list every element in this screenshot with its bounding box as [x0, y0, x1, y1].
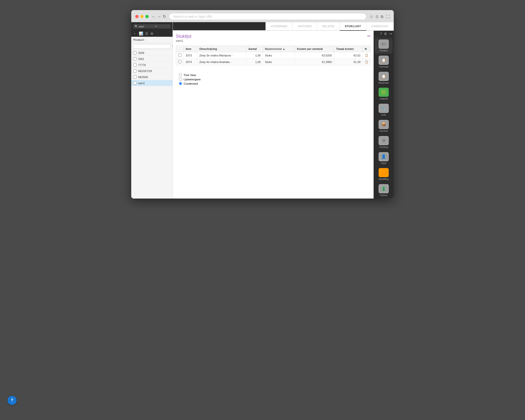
- sidebar-item-NE0505[interactable]: NE0505: [131, 74, 173, 80]
- table-header-row: Item Omschrijving Aantal Maateenheid ▲ K…: [176, 46, 371, 52]
- search-icon: 🔍: [135, 25, 138, 28]
- clear-search-button[interactable]: ✕: [155, 25, 157, 28]
- tab-icon[interactable]: ⧉: [381, 14, 383, 19]
- tab-historie[interactable]: HISTORIE: [293, 22, 317, 30]
- right-sidebar-item-material[interactable]: 🟩 material: [375, 86, 392, 102]
- row-doc-icon-1[interactable]: 📋: [363, 59, 371, 65]
- right-sidebar-item-voorraad[interactable]: 📋 Voorraad: [375, 54, 392, 70]
- row-aantal-0: 1,00: [246, 52, 263, 59]
- nav-chart-button[interactable]: 📊: [139, 31, 143, 36]
- app-container: 🔍 ✕ ← 📊 ☰ ⊕ Product ↑ ▼ 3349: [131, 22, 394, 199]
- right-sidebar-item-ontvang[interactable]: ⊖ Ontvang: [375, 135, 392, 150]
- sidebar-checkbox-77778[interactable]: [133, 63, 137, 67]
- tabs-row: VOORRAAD HISTORIE RELATIE STUKLIJST OVER…: [173, 22, 394, 31]
- browser-chrome: ← → ↻ Search in web or type URL ☆ ⎙ ⧉ ⛶: [131, 10, 394, 22]
- sidebar-item-sam1[interactable]: sam1: [131, 80, 173, 86]
- settings-icon-button[interactable]: ⚙: [384, 32, 387, 36]
- th-kosten-per-eenheid[interactable]: Kosten per eenheid: [295, 46, 334, 52]
- right-sidebar-item-tools[interactable]: 🔧 tools: [375, 102, 392, 118]
- share-icon[interactable]: ⎙: [376, 14, 378, 19]
- sidebar-item-3349[interactable]: 3349: [131, 50, 173, 56]
- tab-overzicht[interactable]: OVERZICHT: [366, 22, 394, 30]
- fullscreen-icon[interactable]: ⛶: [386, 14, 390, 19]
- sidebar-checkbox-3349[interactable]: [133, 51, 137, 54]
- sidebar-item-3361[interactable]: 3361: [131, 56, 173, 62]
- sidebar-label-3361: 3361: [138, 57, 144, 60]
- right-sidebar-item-reserveer[interactable]: 📋 Reserveer: [375, 70, 392, 86]
- right-panel: ? ⚙ ↪ 🏷 Product 📋 Voorraad 📋 Reserveer 🟩: [374, 31, 394, 199]
- tree-radio[interactable]: [179, 73, 182, 77]
- right-sidebar: 🏷 Product 📋 Voorraad 📋 Reserveer 🟩 mater…: [374, 37, 394, 199]
- list-radio[interactable]: [179, 78, 182, 81]
- right-top-bar: ? ⚙ ↪: [374, 31, 394, 37]
- view-option-tree[interactable]: Tree View: [179, 73, 368, 77]
- bestelling-label: Bestelling: [379, 178, 388, 181]
- view-option-condensed[interactable]: Condensed: [179, 82, 368, 85]
- right-sidebar-item-verzend[interactable]: 📦 Verzend: [375, 118, 392, 134]
- sidebar-nav: ← 📊 ☰ ⊕: [131, 30, 173, 37]
- right-sidebar-item-klant[interactable]: 👤 Klant: [375, 151, 392, 166]
- th-item[interactable]: Item: [184, 46, 197, 52]
- close-button[interactable]: [135, 15, 139, 18]
- row-omschrijving-1: Zeep 4e chakra Anahata -: [197, 59, 246, 65]
- back-button[interactable]: ←: [152, 14, 156, 19]
- th-omschrijving[interactable]: Omschrijving: [197, 46, 246, 52]
- voorraad-label: Voorraad: [379, 66, 388, 68]
- logout-icon-button[interactable]: ↪: [389, 32, 392, 36]
- th-aantal[interactable]: Aantal: [246, 46, 263, 52]
- search-input[interactable]: [139, 25, 154, 28]
- help-icon-button[interactable]: ?: [380, 32, 382, 36]
- sidebar-checkbox-NE0267/28[interactable]: [133, 69, 137, 73]
- filter-input[interactable]: [133, 44, 171, 49]
- tab-stuklijst[interactable]: STUKLIJST: [340, 22, 366, 31]
- th-checkbox: [176, 46, 184, 52]
- sidebar-checkbox-sam1[interactable]: [133, 81, 137, 85]
- content-area: Stuklijst sam1 ✏ Item Omschrijving Aanta…: [173, 31, 374, 199]
- nav-back-button[interactable]: ←: [133, 31, 137, 36]
- row-checkbox-0[interactable]: [176, 52, 184, 59]
- sidebar-item-NE0267/28[interactable]: NE0267/28: [131, 68, 173, 74]
- sidebar-checkbox-NE0505[interactable]: [133, 75, 137, 79]
- product-icon-box: 🏷: [379, 40, 389, 49]
- sidebar-label-77778: 77778: [138, 63, 146, 67]
- sidebar-checkbox-3361[interactable]: [133, 57, 137, 60]
- search-box: 🔍 ✕: [133, 24, 171, 28]
- condensed-radio[interactable]: [179, 82, 182, 85]
- row-maateenheid-0: Stuks: [263, 52, 295, 59]
- view-option-list[interactable]: Lijstweergave: [179, 78, 368, 81]
- tree-label: Tree View: [184, 74, 196, 77]
- right-sidebar-item-factuur[interactable]: 💲 Factuur: [375, 183, 392, 198]
- bom-table-body: 3373 Zeep 3e chakra Manipura - 1,00 Stuk…: [176, 52, 371, 65]
- minimize-button[interactable]: [140, 15, 144, 18]
- verzend-icon-box: 📦: [379, 120, 389, 129]
- url-bar[interactable]: Search in web or type URL: [169, 13, 366, 20]
- reload-button[interactable]: ↻: [163, 14, 166, 19]
- bom-table: Item Omschrijving Aantal Maateenheid ▲ K…: [176, 46, 371, 65]
- row-doc-icon-0[interactable]: 📋: [363, 52, 371, 59]
- condensed-label: Condensed: [184, 82, 198, 85]
- right-sidebar-item-product[interactable]: 🏷 Product: [375, 38, 392, 54]
- th-maateenheid[interactable]: Maateenheid ▲: [263, 46, 295, 52]
- product-label: Product: [380, 49, 387, 52]
- row-omschrijving-0: Zeep 3e chakra Manipura -: [197, 52, 246, 59]
- edit-button[interactable]: ✏: [367, 34, 371, 39]
- material-icon-box: 🟩: [379, 88, 389, 97]
- klant-label: Klant: [381, 162, 386, 165]
- tab-voorraad[interactable]: VOORRAAD: [266, 22, 293, 30]
- list-header-label: Product ↑: [133, 38, 146, 41]
- th-totaal-kosten[interactable]: Totaal kosten: [334, 46, 363, 52]
- maximize-button[interactable]: [145, 15, 149, 18]
- url-placeholder: Search in web or type URL: [173, 15, 212, 18]
- bookmark-icon[interactable]: ☆: [369, 14, 373, 19]
- factuur-icon-box: 💲: [379, 184, 389, 193]
- voorraad-icon-box: 📋: [379, 56, 389, 65]
- row-checkbox-1[interactable]: [176, 59, 184, 65]
- right-sidebar-item-bestelling[interactable]: 🟧 Bestelling: [375, 167, 392, 182]
- row-totaal-0: €3,02: [334, 52, 363, 59]
- nav-list-button[interactable]: ☰: [145, 31, 148, 36]
- nav-add-button[interactable]: ⊕: [150, 31, 153, 36]
- filter-row: ▼: [131, 43, 173, 50]
- sidebar-item-77778[interactable]: 77778: [131, 62, 173, 68]
- tab-relatie[interactable]: RELATIE: [317, 22, 340, 30]
- forward-button[interactable]: →: [157, 14, 161, 19]
